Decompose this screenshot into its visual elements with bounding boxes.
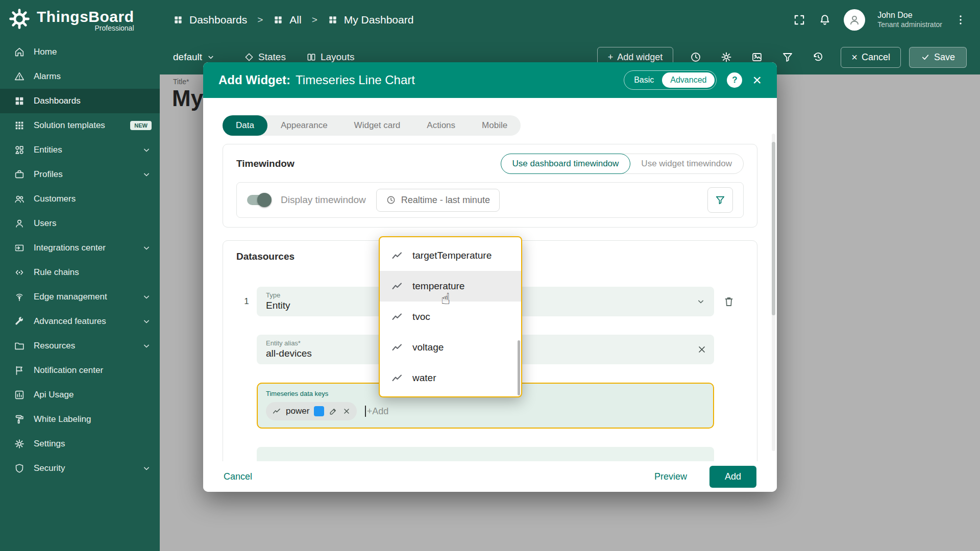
remove-key-icon[interactable] bbox=[342, 407, 351, 415]
add-key-input[interactable]: +Add bbox=[365, 406, 388, 417]
key-color-swatch[interactable] bbox=[314, 406, 324, 416]
data-key-autocomplete-panel: targetTemperature temperature tvoc volta… bbox=[379, 236, 522, 397]
brand-name: ThingsBoard bbox=[37, 8, 134, 26]
brand-logo[interactable]: ThingsBoard Professional bbox=[0, 0, 160, 40]
tab-mobile[interactable]: Mobile bbox=[469, 115, 521, 136]
notifications-bell-icon[interactable] bbox=[818, 13, 831, 27]
toolbar-save-button[interactable]: Save bbox=[909, 47, 967, 68]
line-chart-icon bbox=[391, 311, 403, 323]
sidebar-item-settings[interactable]: Settings bbox=[0, 432, 160, 456]
sidebar: ThingsBoard Professional Home Alarms Das… bbox=[0, 0, 160, 551]
line-chart-icon bbox=[391, 341, 403, 354]
manage-states-button[interactable]: States bbox=[244, 52, 286, 63]
tab-data[interactable]: Data bbox=[223, 115, 267, 136]
sidebar-item-profiles[interactable]: Profiles bbox=[0, 162, 160, 187]
key-option-tvoc[interactable]: tvoc bbox=[380, 302, 521, 332]
sidebar-item-notification-center[interactable]: Notification center bbox=[0, 358, 160, 383]
sidebar-item-edge-management[interactable]: Edge management bbox=[0, 285, 160, 309]
dropdown-scrollbar-thumb[interactable] bbox=[518, 340, 520, 395]
briefcase-icon bbox=[13, 168, 26, 181]
key-option-targettemperature[interactable]: targetTemperature bbox=[380, 240, 521, 271]
chevron-down-icon[interactable] bbox=[696, 296, 706, 307]
flag-icon bbox=[13, 364, 26, 377]
manage-layouts-button[interactable]: Layouts bbox=[306, 52, 355, 63]
help-icon[interactable]: ? bbox=[727, 72, 742, 88]
sidebar-item-entities[interactable]: Entities bbox=[0, 138, 160, 162]
thingsboard-gear-icon bbox=[8, 8, 31, 32]
sidebar-item-white-labeling[interactable]: White Labeling bbox=[0, 407, 160, 432]
user-avatar[interactable] bbox=[844, 9, 865, 31]
breadcrumb-all[interactable]: All bbox=[289, 14, 301, 26]
breadcrumb-separator: > bbox=[312, 14, 317, 26]
tab-actions[interactable]: Actions bbox=[413, 115, 469, 136]
dialog-footer: Cancel Preview Add bbox=[203, 461, 777, 492]
state-selector[interactable]: default bbox=[173, 52, 215, 63]
filter-icon[interactable] bbox=[781, 51, 794, 63]
close-icon[interactable]: × bbox=[752, 72, 762, 88]
sidebar-item-api-usage[interactable]: Api Usage bbox=[0, 383, 160, 407]
datasource-row-index: 1 bbox=[236, 296, 257, 307]
advanced-mode-toggle[interactable]: Advanced bbox=[662, 72, 715, 88]
sidebar-item-resources[interactable]: Resources bbox=[0, 334, 160, 358]
timewindow-filter-button[interactable] bbox=[707, 187, 733, 213]
sidebar-item-rule-chains[interactable]: Rule chains bbox=[0, 260, 160, 285]
chevron-down-icon bbox=[141, 292, 152, 302]
display-timewindow-toggle[interactable] bbox=[247, 195, 271, 205]
datasources-heading: Datasources bbox=[236, 251, 295, 262]
pointer-cursor: ☝ bbox=[441, 290, 450, 308]
sidebar-item-integrations-center[interactable]: Integrations center bbox=[0, 236, 160, 260]
key-option-temperature[interactable]: temperature bbox=[380, 271, 521, 302]
chart-box-icon bbox=[13, 389, 26, 401]
antenna-icon bbox=[13, 291, 26, 303]
line-chart-icon bbox=[391, 280, 403, 292]
sidebar-item-solution-templates[interactable]: Solution templates NEW bbox=[0, 113, 160, 138]
sidebar-item-home[interactable]: Home bbox=[0, 40, 160, 64]
tab-appearance[interactable]: Appearance bbox=[267, 115, 341, 136]
dashboards-icon bbox=[13, 95, 26, 107]
breadcrumb: Dashboards > All > My Dashboard bbox=[173, 14, 413, 26]
breadcrumb-dashboards[interactable]: Dashboards bbox=[189, 14, 247, 26]
chevron-down-icon bbox=[141, 145, 152, 155]
delete-datasource-icon[interactable] bbox=[714, 295, 744, 308]
fullscreen-icon[interactable] bbox=[793, 13, 806, 27]
chevron-down-icon bbox=[141, 341, 152, 351]
breadcrumb-my-dashboard: My Dashboard bbox=[344, 14, 414, 26]
clear-alias-icon[interactable] bbox=[697, 344, 707, 355]
use-widget-timewindow-option[interactable]: Use widget timewindow bbox=[630, 154, 743, 173]
toolbar-cancel-button[interactable]: × Cancel bbox=[841, 47, 901, 68]
realtime-timewindow-button[interactable]: Realtime - last minute bbox=[376, 189, 500, 212]
modal-scrollbar-thumb[interactable] bbox=[772, 142, 775, 315]
use-dashboard-timewindow-option[interactable]: Use dashboard timewindow bbox=[501, 154, 631, 174]
dashboard-settings-gear-icon[interactable] bbox=[720, 51, 732, 63]
dialog-cancel-button[interactable]: Cancel bbox=[224, 471, 252, 482]
input-icon bbox=[13, 242, 26, 254]
key-option-water[interactable]: water bbox=[380, 363, 521, 393]
timewindow-section: Timewindow Use dashboard timewindow Use … bbox=[223, 144, 757, 228]
timewindow-clock-icon[interactable] bbox=[690, 51, 702, 63]
sidebar-item-advanced-features[interactable]: Advanced features bbox=[0, 309, 160, 334]
timewindow-row: Display timewindow Realtime - last minut… bbox=[236, 182, 744, 218]
sidebar-item-alarms[interactable]: Alarms bbox=[0, 64, 160, 89]
sidebar-item-security[interactable]: Security bbox=[0, 456, 160, 481]
history-icon[interactable] bbox=[812, 51, 824, 63]
key-option-voltage[interactable]: voltage bbox=[380, 332, 521, 363]
dashboard-image-icon[interactable] bbox=[751, 51, 763, 63]
data-key-chip[interactable]: power bbox=[266, 402, 357, 420]
sidebar-item-users[interactable]: Users bbox=[0, 211, 160, 236]
basic-mode-toggle[interactable]: Basic bbox=[626, 72, 662, 88]
people-icon bbox=[13, 193, 26, 205]
sidebar-item-customers[interactable]: Customers bbox=[0, 187, 160, 211]
code-icon bbox=[13, 266, 26, 279]
chevron-down-icon bbox=[206, 53, 215, 62]
kebab-menu-icon[interactable] bbox=[954, 14, 967, 26]
edit-key-icon[interactable] bbox=[329, 407, 338, 416]
line-chart-icon bbox=[391, 372, 403, 384]
dashboard-icon bbox=[328, 15, 338, 25]
timewindow-source-toggle: Use dashboard timewindow Use widget time… bbox=[501, 154, 744, 174]
states-icon bbox=[244, 52, 254, 62]
tab-widget-card[interactable]: Widget card bbox=[341, 115, 414, 136]
sidebar-item-dashboards[interactable]: Dashboards bbox=[0, 89, 160, 113]
dialog-preview-button[interactable]: Preview bbox=[654, 471, 687, 482]
dialog-add-button[interactable]: Add bbox=[709, 466, 756, 488]
user-role: Tenant administrator bbox=[877, 20, 942, 30]
